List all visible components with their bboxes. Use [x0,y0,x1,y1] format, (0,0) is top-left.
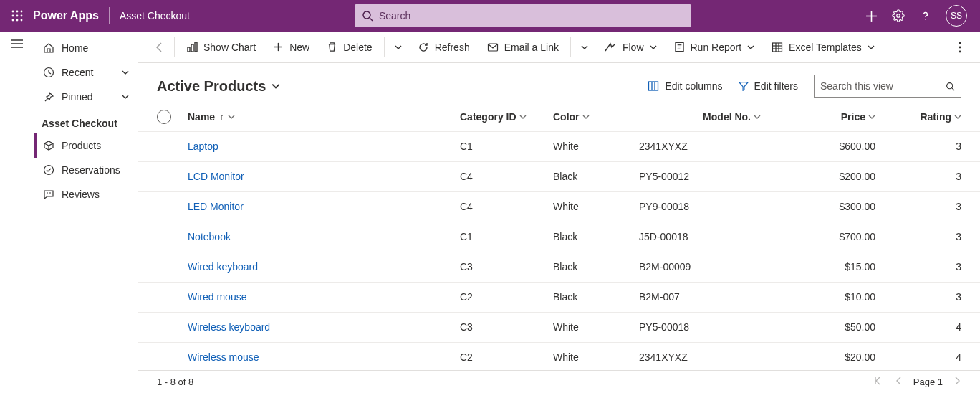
cell-color: White [553,141,639,152]
refresh-button[interactable]: Refresh [409,32,479,63]
cell-price: $200.00 [761,171,875,182]
next-page-button[interactable] [953,377,961,387]
refresh-icon [418,42,429,53]
table-row[interactable]: Wired keyboardC3BlackB2M-00009$15.003 [138,252,980,283]
cell-rating: 3 [875,171,961,182]
record-link[interactable]: Wired keyboard [188,261,258,273]
column-header-name[interactable]: Name ↑ [188,111,460,123]
cell-model: PY5-00018 [639,321,761,333]
delete-split-chevron[interactable] [388,44,409,51]
cell-rating: 4 [875,321,961,333]
header-divider [109,7,110,24]
chevron-down-icon [582,113,590,120]
cell-model: PY5-00012 [639,171,761,182]
cell-category: C3 [460,321,553,333]
record-link[interactable]: Notebook [188,231,231,242]
cell-category: C4 [460,171,553,182]
cell-category: C4 [460,201,553,212]
column-header-price[interactable]: Price [761,111,875,123]
view-search-input[interactable] [820,80,946,92]
nav-pinned[interactable]: Pinned [34,85,138,109]
edit-filters-button[interactable]: Edit filters [739,80,798,92]
first-page-button[interactable] [875,377,885,387]
app-name-label[interactable]: Asset Checkout [120,10,190,22]
cell-name: Wireless keyboard [188,321,460,333]
record-link[interactable]: Wireless mouse [188,351,259,363]
add-icon[interactable] [864,9,878,23]
view-title-dropdown[interactable]: Active Products [157,78,280,95]
column-header-color[interactable]: Color [553,111,639,123]
page-label: Page 1 [913,377,943,387]
svg-rect-40 [649,82,658,90]
svg-line-10 [370,18,373,21]
column-header-category[interactable]: Category ID [460,111,553,123]
delete-button[interactable]: Delete [318,32,380,63]
global-search[interactable] [355,4,691,27]
divider [384,37,385,57]
new-button[interactable]: New [264,32,318,63]
chevron-down-icon [122,67,129,78]
cell-rating: 3 [875,291,961,303]
nav-recent[interactable]: Recent [34,60,138,85]
nav-home[interactable]: Home [34,36,138,60]
cell-color: White [553,321,639,333]
run-report-button[interactable]: Run Report [666,32,764,63]
record-link[interactable]: LED Monitor [188,201,244,212]
table-row[interactable]: Wired mouseC2BlackB2M-007$10.003 [138,283,980,313]
email-split-chevron[interactable] [574,44,595,51]
excel-templates-button[interactable]: Excel Templates [763,32,883,63]
global-search-input[interactable] [379,10,684,22]
cell-name: Notebook [188,231,460,242]
checkmark-circle-icon [43,164,54,176]
nav-products[interactable]: Products [34,133,138,158]
table-row[interactable]: Wireless mouseC2White2341XYXZ$20.004 [138,343,980,371]
show-chart-button[interactable]: Show Chart [178,32,264,63]
mail-icon [487,42,499,53]
back-button[interactable] [148,42,171,53]
command-overflow-button[interactable] [950,42,970,53]
brand-label[interactable]: Power Apps [33,9,99,22]
account-avatar[interactable]: SS [946,5,967,27]
email-link-button[interactable]: Email a Link [479,32,567,63]
flow-button[interactable]: Flow [595,32,666,63]
prev-page-button[interactable] [895,377,903,387]
table-row[interactable]: Wireless keyboardC3WhitePY5-00018$50.004 [138,313,980,343]
chat-icon [43,189,54,200]
svg-point-39 [959,50,961,52]
column-header-model[interactable]: Model No. [639,111,761,123]
view-search[interactable] [814,75,961,98]
edit-columns-button[interactable]: Edit columns [648,80,722,92]
nav-reviews[interactable]: Reviews [34,182,138,207]
svg-point-0 [12,11,14,13]
table-row[interactable]: LaptopC1White2341XYXZ$600.003 [138,132,980,162]
column-category-label: Category ID [460,111,517,123]
help-icon[interactable] [918,9,933,23]
cell-color: White [553,351,639,363]
record-link[interactable]: Wireless keyboard [188,321,270,333]
flow-label: Flow [623,42,644,53]
divider [174,37,175,57]
nav-reservations-label: Reservations [62,164,120,176]
column-name-label: Name [188,111,215,123]
record-link[interactable]: Wired mouse [188,291,246,303]
view-header: Active Products Edit columns Edit filter… [138,63,980,103]
nav-reservations[interactable]: Reservations [34,158,138,182]
table-row[interactable]: LCD MonitorC4BlackPY5-00012$200.003 [138,162,980,192]
column-header-rating[interactable]: Rating [875,111,961,123]
table-row[interactable]: NotebookC1BlackJ5D-00018$700.003 [138,222,980,252]
svg-rect-22 [188,47,190,52]
svg-point-9 [363,11,370,19]
chevron-down-icon [868,44,875,51]
svg-rect-32 [773,43,782,52]
select-all-checkbox[interactable] [157,110,188,124]
cell-price: $50.00 [761,321,875,333]
settings-gear-icon[interactable] [891,9,905,23]
svg-point-1 [16,11,19,13]
record-link[interactable]: LCD Monitor [188,171,244,182]
chevron-down-icon [122,91,129,103]
filter-icon [739,81,749,91]
app-launcher-icon[interactable] [6,10,29,22]
table-row[interactable]: LED MonitorC4WhitePY9-00018$300.003 [138,192,980,222]
hamburger-icon[interactable] [11,39,24,51]
record-link[interactable]: Laptop [188,141,218,152]
